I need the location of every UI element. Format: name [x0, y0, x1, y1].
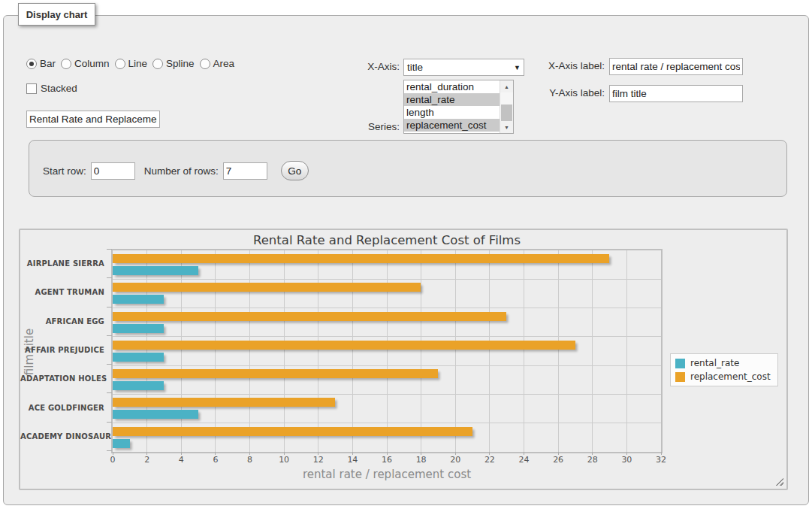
x-tick-label: 8: [235, 455, 265, 465]
bar-replacement_cost: [113, 254, 609, 263]
radio-icon[interactable]: [115, 59, 125, 69]
x-tick-label: 4: [166, 455, 196, 465]
y-tick-mark: [107, 364, 112, 365]
x-tick-label: 20: [440, 455, 470, 465]
gridline: [113, 279, 661, 280]
x-axis-label-field-label: X-Axis label:: [530, 60, 605, 71]
category-label: AGENT TRUMAN: [20, 288, 104, 296]
x-axis-select[interactable]: title ▼: [403, 59, 524, 76]
chart-container: Rental Rate and Replacement Cost of Film…: [19, 229, 788, 490]
chart-type-radio-area[interactable]: Area: [200, 58, 235, 69]
series-listbox[interactable]: rental_durationrental_ratelengthreplacem…: [403, 80, 514, 134]
series-option-length[interactable]: length: [404, 106, 500, 119]
x-tick-label: 16: [372, 455, 402, 465]
chevron-down-icon: ▼: [514, 64, 521, 71]
chart-type-radio-bar[interactable]: Bar: [26, 58, 56, 69]
series-scrollbar[interactable]: ▲ ▼: [500, 80, 513, 133]
bar-rental_rate: [113, 410, 198, 419]
gridline: [626, 250, 627, 452]
x-tick-mark: [387, 452, 388, 455]
category-label: AIRPLANE SIERRA: [20, 259, 104, 268]
x-axis-select-value: title: [407, 62, 423, 73]
scrollbar-track[interactable]: [500, 92, 513, 121]
y-tick-mark: [107, 307, 112, 308]
x-tick-mark: [146, 452, 147, 455]
bar-replacement_cost: [113, 341, 575, 350]
legend-swatch-icon: [675, 359, 685, 368]
bar-rental_rate: [113, 295, 164, 304]
x-axis-label-text: X-Axis:: [346, 61, 400, 72]
x-tick-label: 0: [98, 455, 128, 465]
y-axis-label-input[interactable]: [609, 85, 743, 102]
bar-replacement_cost: [113, 398, 335, 407]
series-option-rental_duration[interactable]: rental_duration: [404, 80, 500, 93]
radio-icon[interactable]: [26, 59, 37, 69]
display-chart-fieldset: Bar Column Line Spline Area Stacked X-Ax…: [3, 15, 809, 505]
category-label: ADAPTATION HOLES: [20, 374, 104, 383]
chart-title: Rental Rate and Replacement Cost of Film…: [113, 233, 661, 247]
row-controls: Start row: Number of rows: Go: [43, 161, 309, 180]
y-tick-mark: [107, 392, 112, 393]
scroll-up-button[interactable]: ▲: [500, 80, 513, 92]
x-tick-mark: [524, 452, 524, 455]
x-tick-mark: [181, 452, 182, 455]
legend-swatch-icon: [675, 372, 685, 382]
legend-item-rental_rate: rental_rate: [675, 358, 771, 368]
bar-replacement_cost: [113, 427, 472, 436]
chart-type-radio-group: Bar Column Line Spline Area: [26, 58, 234, 69]
x-tick-mark: [113, 452, 113, 455]
num-rows-label: Number of rows:: [144, 165, 219, 177]
radio-label: Spline: [166, 58, 195, 69]
bar-rental_rate: [113, 439, 130, 448]
gridline: [489, 250, 490, 452]
chart-legend: rental_ratereplacement_cost: [670, 353, 778, 386]
series-option-rental_rate[interactable]: rental_rate: [404, 93, 500, 106]
gridline: [113, 394, 661, 395]
x-axis-label-input[interactable]: [609, 58, 743, 75]
bar-rental_rate: [113, 266, 198, 275]
y-tick-mark: [107, 422, 112, 423]
chart-type-radio-spline[interactable]: Spline: [152, 58, 195, 69]
gridline: [387, 250, 388, 452]
gridline: [113, 308, 661, 308]
gridline: [284, 250, 285, 452]
x-tick-label: 14: [337, 455, 367, 465]
x-tick-mark: [626, 452, 627, 455]
radio-icon[interactable]: [152, 59, 163, 69]
resize-grip-icon[interactable]: [775, 477, 783, 486]
go-button[interactable]: Go: [281, 161, 309, 180]
start-row-input[interactable]: [91, 162, 135, 180]
x-tick-label: 6: [201, 455, 231, 465]
gridline: [352, 250, 353, 452]
stacked-checkbox[interactable]: [26, 83, 37, 94]
gridline: [146, 250, 147, 452]
y-tick-mark: [107, 450, 112, 451]
x-tick-label: 32: [646, 455, 676, 465]
bar-rental_rate: [113, 381, 164, 390]
x-tick-mark: [352, 452, 353, 455]
x-tick-label: 24: [509, 455, 539, 465]
series-option-replacement_cost[interactable]: replacement_cost: [404, 119, 500, 132]
x-tick-mark: [558, 452, 559, 455]
bar-replacement_cost: [113, 369, 438, 378]
chart-type-radio-column[interactable]: Column: [61, 58, 110, 69]
gridline: [249, 250, 250, 452]
scrollbar-thumb[interactable]: [501, 105, 512, 121]
legend-label: rental_rate: [690, 358, 739, 368]
scroll-down-button[interactable]: ▼: [500, 121, 513, 133]
category-label: ACE GOLDFINGER: [20, 404, 104, 412]
x-tick-mark: [661, 452, 662, 455]
display-chart-legend-text: Display chart: [26, 9, 88, 20]
x-tick-mark: [249, 452, 250, 455]
x-tick-mark: [592, 452, 593, 455]
radio-label: Area: [213, 58, 235, 69]
radio-icon[interactable]: [61, 59, 71, 69]
x-tick-mark: [284, 452, 285, 455]
legend-label: replacement_cost: [690, 371, 771, 382]
chart-type-radio-line[interactable]: Line: [115, 58, 148, 69]
y-tick-mark: [107, 335, 112, 336]
num-rows-input[interactable]: [223, 162, 267, 180]
radio-icon[interactable]: [200, 59, 210, 69]
chart-title-input[interactable]: [26, 111, 160, 128]
radio-label: Column: [74, 58, 110, 69]
